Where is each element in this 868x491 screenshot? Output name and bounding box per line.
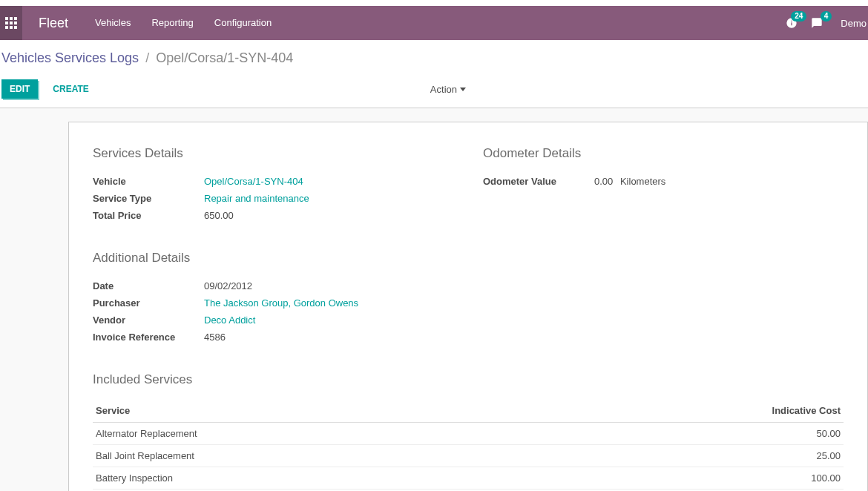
svg-rect-7 <box>10 26 13 29</box>
cell-service: Battery Inspection <box>93 467 536 490</box>
svg-rect-8 <box>14 26 17 29</box>
control-bar: EDIT CREATE Action <box>0 70 868 108</box>
col-service: Service <box>93 399 536 423</box>
breadcrumb: Vehicles Services Logs / Opel/Corsa/1-SY… <box>0 40 868 70</box>
nav-configuration[interactable]: Configuration <box>204 6 282 40</box>
edit-button[interactable]: EDIT <box>1 79 38 99</box>
table-row[interactable]: Ball Joint Replacement 25.00 <box>93 445 844 467</box>
col-cost: Indicative Cost <box>536 399 844 423</box>
odometer-value-label: Odometer Value <box>483 176 594 187</box>
vehicle-label: Vehicle <box>93 176 204 187</box>
total-price-value: 650.00 <box>204 210 234 221</box>
cell-cost: 25.00 <box>536 445 844 467</box>
service-type-value[interactable]: Repair and maintenance <box>204 193 309 204</box>
activities-icon[interactable]: 24 <box>786 17 798 29</box>
odometer-amount: 0.00 <box>594 176 613 187</box>
svg-rect-4 <box>10 22 13 24</box>
svg-rect-6 <box>5 26 8 29</box>
additional-details-title: Additional Details <box>93 251 844 266</box>
vendor-label: Vendor <box>93 314 204 326</box>
purchaser-value[interactable]: The Jackson Group, Gordon Owens <box>204 297 358 309</box>
activities-badge: 24 <box>791 11 806 22</box>
svg-rect-2 <box>14 17 17 20</box>
app-brand[interactable]: Fleet <box>22 16 85 31</box>
breadcrumb-current: Opel/Corsa/1-SYN-404 <box>156 50 293 65</box>
cell-cost: 50.00 <box>536 423 844 445</box>
odometer-unit: Kilometers <box>620 176 665 187</box>
additional-details-group: Additional Details Date 09/02/2012 Purch… <box>93 251 844 346</box>
svg-rect-0 <box>5 17 8 20</box>
nav-menu: Vehicles Reporting Configuration <box>85 6 282 40</box>
user-menu[interactable]: Demo <box>836 18 867 29</box>
breadcrumb-parent[interactable]: Vehicles Services Logs <box>1 50 139 65</box>
odometer-value: 0.00 Kilometers <box>594 176 665 187</box>
odometer-details-group: Odometer Details Odometer Value 0.00 Kil… <box>483 140 844 224</box>
form-sheet: Services Details Vehicle Opel/Corsa/1-SY… <box>68 122 868 491</box>
nav-reporting[interactable]: Reporting <box>141 6 203 40</box>
svg-rect-1 <box>10 17 13 20</box>
cell-service: Ball Joint Replacement <box>93 445 536 467</box>
breadcrumb-separator: / <box>142 50 152 65</box>
nav-vehicles[interactable]: Vehicles <box>85 6 141 40</box>
vendor-value[interactable]: Deco Addict <box>204 314 255 326</box>
svg-rect-3 <box>5 22 8 24</box>
purchaser-label: Purchaser <box>93 297 204 309</box>
included-services-table: Service Indicative Cost Alternator Repla… <box>93 399 844 490</box>
invoice-ref-label: Invoice Reference <box>93 332 204 343</box>
apps-menu-icon[interactable] <box>0 6 22 40</box>
odometer-details-title: Odometer Details <box>483 146 844 161</box>
messages-badge: 4 <box>821 11 832 22</box>
action-label: Action <box>430 84 457 95</box>
table-row[interactable]: Battery Inspection 100.00 <box>93 467 844 490</box>
cell-service: Alternator Replacement <box>93 423 536 445</box>
chevron-down-icon <box>460 88 466 91</box>
create-button[interactable]: CREATE <box>45 79 96 99</box>
service-type-label: Service Type <box>93 193 204 204</box>
vehicle-value[interactable]: Opel/Corsa/1-SYN-404 <box>204 176 303 187</box>
cell-cost: 100.00 <box>536 467 844 490</box>
services-details-group: Services Details Vehicle Opel/Corsa/1-SY… <box>93 140 453 224</box>
table-row[interactable]: Alternator Replacement 50.00 <box>93 423 844 445</box>
action-dropdown[interactable]: Action <box>430 84 466 95</box>
invoice-ref-value: 4586 <box>204 332 226 343</box>
total-price-label: Total Price <box>93 210 204 221</box>
messages-icon[interactable]: 4 <box>811 17 823 29</box>
svg-rect-5 <box>14 22 17 24</box>
date-value: 09/02/2012 <box>204 280 252 291</box>
included-services-group: Included Services Service Indicative Cos… <box>93 372 844 490</box>
date-label: Date <box>93 280 204 291</box>
navbar: Fleet Vehicles Reporting Configuration 2… <box>0 6 868 40</box>
included-services-title: Included Services <box>93 372 844 387</box>
services-details-title: Services Details <box>93 146 453 161</box>
